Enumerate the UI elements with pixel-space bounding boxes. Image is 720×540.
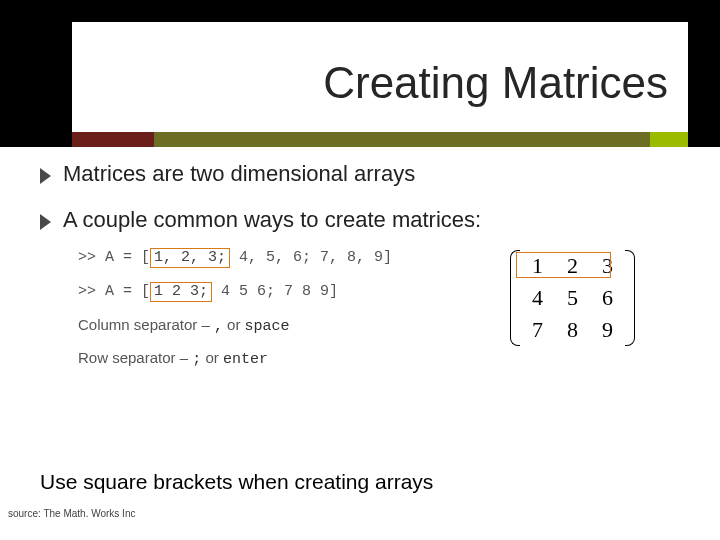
matrix-cell: 8 xyxy=(555,314,590,346)
col-sep-or: or xyxy=(227,316,245,333)
matrix-cell: 4 xyxy=(520,282,555,314)
row-sep-tok1: ; xyxy=(192,351,201,368)
matrix-cell: 9 xyxy=(590,314,625,346)
matrix-cell: 7 xyxy=(520,314,555,346)
matrix-cell: 5 xyxy=(555,282,590,314)
code-row2-rest: 4 5 6; 7 8 9] xyxy=(212,283,338,300)
matrix-row: 7 8 9 xyxy=(520,314,625,346)
body: Matrices are two dimensional arrays A co… xyxy=(40,160,680,251)
bullet-2: A couple common ways to create matrices: xyxy=(40,206,680,234)
matrix-cell: 6 xyxy=(590,282,625,314)
arrow-icon xyxy=(40,214,51,230)
col-sep-tok1: , xyxy=(214,318,223,335)
code-row1-rest: 4, 5, 6; 7, 8, 9] xyxy=(230,249,392,266)
accent-olive xyxy=(154,132,650,147)
accent-bar xyxy=(72,132,688,147)
bullet-1-text: Matrices are two dimensional arrays xyxy=(63,160,415,188)
matrix-row: 4 5 6 xyxy=(520,282,625,314)
row-sep-tok2: enter xyxy=(223,351,268,368)
arrow-icon xyxy=(40,168,51,184)
code-lhs: A = [ xyxy=(105,249,150,266)
source-text: source: The Math. Works Inc xyxy=(8,508,135,519)
col-sep-label: Column separator – xyxy=(78,316,214,333)
footer-note: Use square brackets when creating arrays xyxy=(40,470,433,494)
row-sep-or: or xyxy=(205,349,223,366)
code-row2-highlight: 1 2 3; xyxy=(150,282,212,302)
code-lhs: A = [ xyxy=(105,283,150,300)
slide: Creating Matrices Matrices are two dimen… xyxy=(0,0,720,540)
bullet-1: Matrices are two dimensional arrays xyxy=(40,160,680,188)
row-sep-label: Row separator – xyxy=(78,349,192,366)
prompt-text: >> xyxy=(78,283,105,300)
matrix-row1-highlight xyxy=(516,252,611,278)
row-separator-note: Row separator – ; or enter xyxy=(78,349,678,368)
paren-right-icon xyxy=(625,250,635,346)
col-sep-tok2: space xyxy=(245,318,290,335)
page-title: Creating Matrices xyxy=(72,58,688,108)
prompt-text: >> xyxy=(78,249,105,266)
accent-bright xyxy=(650,132,688,147)
code-row1-highlight: 1, 2, 3; xyxy=(150,248,230,268)
bullet-2-text: A couple common ways to create matrices: xyxy=(63,206,481,234)
accent-maroon xyxy=(72,132,154,147)
